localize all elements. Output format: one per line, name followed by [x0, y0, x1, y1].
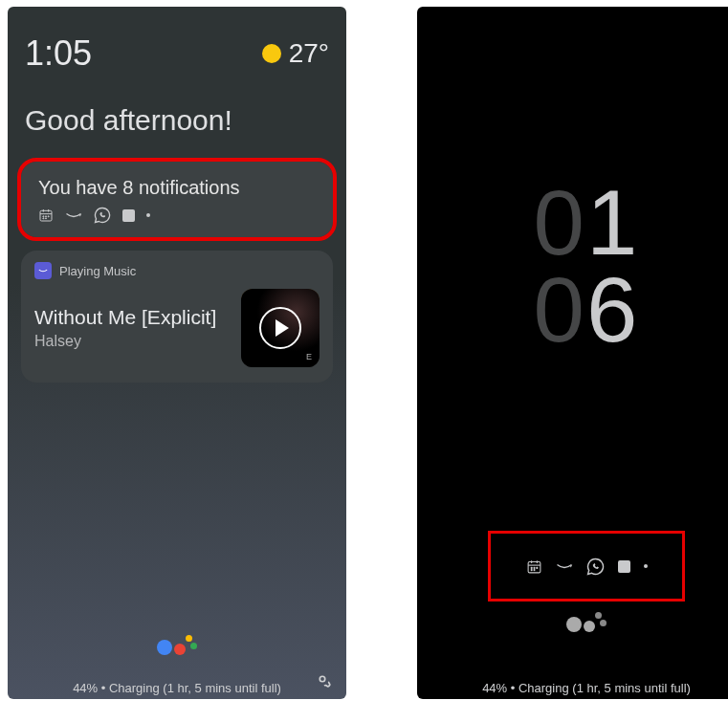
amazon-icon: [65, 209, 82, 221]
assistant-icon[interactable]: [566, 612, 607, 632]
whatsapp-icon: [586, 558, 605, 576]
svg-point-17: [536, 567, 537, 568]
svg-point-18: [531, 569, 532, 570]
track-title: Without Me [Explicit]: [34, 306, 216, 329]
notifications-icon-row: [38, 207, 316, 224]
aod-min-units: 6: [586, 266, 639, 353]
charging-status: 44% • Charging (1 hr, 5 mins until full): [73, 681, 281, 695]
svg-point-16: [533, 567, 534, 568]
charging-status: 44% • Charging (1 hr, 5 mins until full): [482, 681, 691, 695]
notifications-title: You have 8 notifications: [38, 177, 316, 199]
svg-rect-9: [122, 209, 135, 222]
assistant-dot-blue: [157, 640, 172, 655]
music-app-label: Playing Music: [59, 264, 136, 278]
aod-notification-icons[interactable]: [488, 531, 685, 602]
aod-clock: 0 1 0 6: [534, 179, 640, 353]
assistant-dot-green: [190, 643, 197, 649]
track-artist: Halsey: [34, 333, 216, 350]
aod-hour-units: 1: [586, 179, 639, 266]
amazon-icon: [556, 560, 573, 572]
assistant-dot-4: [600, 620, 607, 626]
aod-min-tens: 0: [534, 266, 586, 353]
assistant-dot-yellow: [186, 635, 192, 642]
whatsapp-icon: [94, 207, 111, 224]
assistant-dot-1: [566, 617, 582, 632]
bottom-bar: 44% • Charging (1 hr, 5 mins until full): [417, 681, 728, 695]
bottom-bar: 44% • Charging (1 hr, 5 mins until full): [8, 681, 346, 695]
status-row: 1:05 27°: [8, 7, 346, 74]
svg-point-6: [48, 216, 49, 217]
greeting-text: Good afternoon!: [8, 74, 346, 162]
music-app-row: Playing Music: [34, 262, 320, 279]
assistant-dot-red: [174, 644, 186, 655]
square-icon: [122, 209, 135, 222]
settings-button[interactable]: [312, 668, 333, 693]
calendar-icon: [526, 558, 542, 575]
svg-point-10: [320, 676, 325, 682]
clock-time: 1:05: [25, 33, 92, 74]
music-body: Without Me [Explicit] Halsey E: [34, 289, 320, 367]
assistant-dot-3: [595, 612, 602, 619]
music-text: Without Me [Explicit] Halsey: [34, 306, 216, 350]
play-button[interactable]: [259, 307, 301, 349]
assistant-icon[interactable]: [157, 635, 197, 655]
phone-lockscreen: 1:05 27° Good afternoon! You have 8 noti…: [8, 7, 346, 699]
svg-point-15: [531, 567, 532, 568]
assistant-dot-2: [584, 621, 595, 632]
svg-point-8: [45, 218, 46, 219]
explicit-badge: E: [302, 350, 316, 363]
dot-icon: [644, 564, 648, 568]
aod-hour-tens: 0: [534, 179, 586, 266]
music-app-icon: [34, 262, 52, 279]
album-art-container: E: [241, 289, 320, 367]
svg-point-5: [45, 216, 46, 217]
sun-icon: [262, 44, 281, 63]
svg-point-7: [43, 218, 44, 219]
svg-rect-20: [618, 560, 630, 573]
square-icon: [618, 560, 630, 573]
weather-widget[interactable]: 27°: [262, 38, 329, 69]
svg-point-4: [43, 216, 44, 217]
svg-point-19: [533, 569, 534, 570]
weather-temp: 27°: [289, 38, 329, 69]
play-icon: [276, 319, 289, 337]
calendar-icon: [38, 208, 54, 223]
phone-aod: 0 1 0 6 44% • Charging (1 hr, 5 mins unt…: [417, 7, 728, 699]
music-card[interactable]: Playing Music Without Me [Explicit] Hals…: [21, 251, 333, 383]
notifications-card[interactable]: You have 8 notifications: [21, 162, 333, 237]
dot-icon: [146, 213, 150, 217]
